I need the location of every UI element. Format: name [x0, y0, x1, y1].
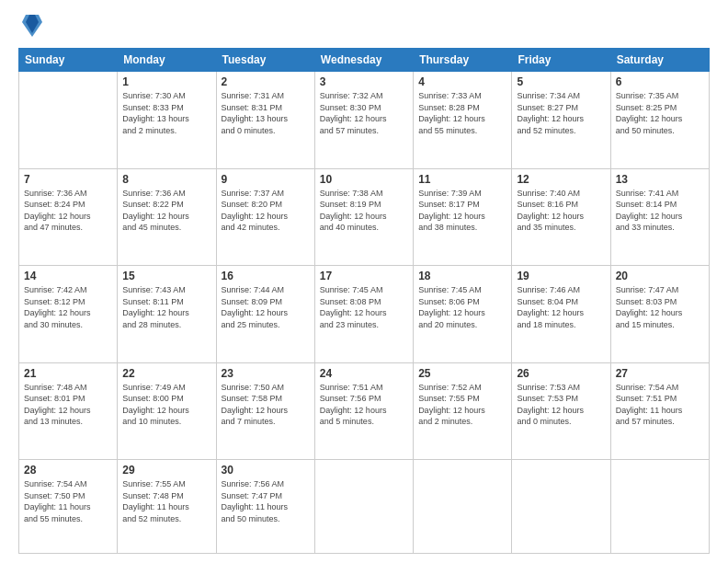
weekday-header-monday: Monday	[118, 49, 216, 72]
weekday-header-saturday: Saturday	[610, 49, 709, 72]
weekday-header-thursday: Thursday	[414, 49, 512, 72]
day-number: 28	[24, 464, 112, 477]
day-number: 7	[24, 173, 112, 186]
calendar-cell: 24Sunrise: 7:51 AMSunset: 7:56 PMDayligh…	[314, 362, 413, 460]
week-row-1: 1Sunrise: 7:30 AMSunset: 8:33 PMDaylight…	[19, 72, 710, 169]
calendar-cell: 22Sunrise: 7:49 AMSunset: 8:00 PMDayligh…	[118, 362, 216, 460]
calendar-cell: 28Sunrise: 7:54 AMSunset: 7:50 PMDayligh…	[19, 460, 118, 554]
day-number: 4	[418, 75, 506, 88]
calendar-cell	[512, 460, 610, 554]
day-info: Sunrise: 7:37 AMSunset: 8:20 PMDaylight:…	[222, 188, 310, 234]
day-info: Sunrise: 7:36 AMSunset: 8:22 PMDaylight:…	[122, 188, 210, 234]
day-info: Sunrise: 7:45 AMSunset: 8:08 PMDaylight:…	[320, 284, 408, 330]
day-info: Sunrise: 7:42 AMSunset: 8:12 PMDaylight:…	[24, 284, 112, 330]
day-info: Sunrise: 7:54 AMSunset: 7:50 PMDaylight:…	[24, 478, 112, 524]
calendar-cell: 30Sunrise: 7:56 AMSunset: 7:47 PMDayligh…	[216, 460, 314, 554]
day-info: Sunrise: 7:43 AMSunset: 8:11 PMDaylight:…	[122, 284, 210, 330]
day-info: Sunrise: 7:39 AMSunset: 8:17 PMDaylight:…	[418, 188, 506, 234]
day-number: 17	[320, 270, 408, 282]
day-number: 27	[616, 367, 704, 380]
day-info: Sunrise: 7:56 AMSunset: 7:47 PMDaylight:…	[222, 478, 310, 524]
weekday-header-tuesday: Tuesday	[216, 49, 314, 72]
calendar-cell: 13Sunrise: 7:41 AMSunset: 8:14 PMDayligh…	[610, 168, 709, 266]
day-number: 13	[616, 173, 704, 186]
week-row-4: 21Sunrise: 7:48 AMSunset: 8:01 PMDayligh…	[19, 362, 710, 460]
calendar-cell: 19Sunrise: 7:46 AMSunset: 8:04 PMDayligh…	[512, 266, 610, 363]
day-info: Sunrise: 7:41 AMSunset: 8:14 PMDaylight:…	[616, 188, 704, 234]
day-info: Sunrise: 7:40 AMSunset: 8:16 PMDaylight:…	[517, 188, 605, 234]
logo	[18, 17, 42, 39]
calendar-cell: 17Sunrise: 7:45 AMSunset: 8:08 PMDayligh…	[314, 266, 413, 363]
calendar-cell: 18Sunrise: 7:45 AMSunset: 8:06 PMDayligh…	[414, 266, 512, 363]
day-number: 14	[24, 270, 112, 282]
day-info: Sunrise: 7:54 AMSunset: 7:51 PMDaylight:…	[616, 382, 704, 428]
calendar-cell: 27Sunrise: 7:54 AMSunset: 7:51 PMDayligh…	[610, 362, 709, 460]
calendar-cell: 23Sunrise: 7:50 AMSunset: 7:58 PMDayligh…	[216, 362, 314, 460]
day-info: Sunrise: 7:44 AMSunset: 8:09 PMDaylight:…	[222, 284, 310, 330]
calendar-cell: 8Sunrise: 7:36 AMSunset: 8:22 PMDaylight…	[118, 168, 216, 266]
calendar-cell: 6Sunrise: 7:35 AMSunset: 8:25 PMDaylight…	[610, 72, 709, 169]
day-info: Sunrise: 7:32 AMSunset: 8:30 PMDaylight:…	[320, 90, 408, 136]
calendar-cell: 1Sunrise: 7:30 AMSunset: 8:33 PMDaylight…	[118, 72, 216, 169]
week-row-3: 14Sunrise: 7:42 AMSunset: 8:12 PMDayligh…	[19, 266, 710, 363]
page: SundayMondayTuesdayWednesdayThursdayFrid…	[0, 0, 728, 563]
day-info: Sunrise: 7:31 AMSunset: 8:31 PMDaylight:…	[222, 90, 310, 136]
day-info: Sunrise: 7:52 AMSunset: 7:55 PMDaylight:…	[418, 382, 506, 428]
day-info: Sunrise: 7:38 AMSunset: 8:19 PMDaylight:…	[320, 188, 408, 234]
day-number: 6	[616, 75, 704, 88]
day-number: 12	[517, 173, 605, 186]
weekday-header-row: SundayMondayTuesdayWednesdayThursdayFrid…	[19, 49, 710, 72]
day-info: Sunrise: 7:55 AMSunset: 7:48 PMDaylight:…	[122, 478, 210, 524]
day-number: 26	[517, 367, 605, 380]
calendar-cell: 5Sunrise: 7:34 AMSunset: 8:27 PMDaylight…	[512, 72, 610, 169]
day-number: 24	[320, 367, 408, 380]
day-number: 11	[418, 173, 506, 186]
calendar-cell	[414, 460, 512, 554]
calendar-cell: 16Sunrise: 7:44 AMSunset: 8:09 PMDayligh…	[216, 266, 314, 363]
calendar-cell: 9Sunrise: 7:37 AMSunset: 8:20 PMDaylight…	[216, 168, 314, 266]
day-info: Sunrise: 7:53 AMSunset: 7:53 PMDaylight:…	[517, 382, 605, 428]
day-number: 29	[122, 464, 210, 477]
day-number: 8	[122, 173, 210, 186]
calendar-cell	[610, 460, 709, 554]
logo-icon	[22, 13, 42, 39]
calendar: SundayMondayTuesdayWednesdayThursdayFrid…	[18, 48, 710, 554]
day-info: Sunrise: 7:49 AMSunset: 8:00 PMDaylight:…	[122, 382, 210, 428]
day-info: Sunrise: 7:36 AMSunset: 8:24 PMDaylight:…	[24, 188, 112, 234]
week-row-5: 28Sunrise: 7:54 AMSunset: 7:50 PMDayligh…	[19, 460, 710, 554]
day-number: 25	[418, 367, 506, 380]
day-number: 2	[222, 75, 310, 88]
day-number: 3	[320, 75, 408, 88]
calendar-cell: 21Sunrise: 7:48 AMSunset: 8:01 PMDayligh…	[19, 362, 118, 460]
day-info: Sunrise: 7:47 AMSunset: 8:03 PMDaylight:…	[616, 284, 704, 330]
day-info: Sunrise: 7:50 AMSunset: 7:58 PMDaylight:…	[222, 382, 310, 428]
day-number: 9	[222, 173, 310, 186]
day-number: 5	[517, 75, 605, 88]
weekday-header-sunday: Sunday	[19, 49, 118, 72]
calendar-cell: 29Sunrise: 7:55 AMSunset: 7:48 PMDayligh…	[118, 460, 216, 554]
day-info: Sunrise: 7:45 AMSunset: 8:06 PMDaylight:…	[418, 284, 506, 330]
day-info: Sunrise: 7:34 AMSunset: 8:27 PMDaylight:…	[517, 90, 605, 136]
weekday-header-wednesday: Wednesday	[314, 49, 413, 72]
calendar-cell: 12Sunrise: 7:40 AMSunset: 8:16 PMDayligh…	[512, 168, 610, 266]
week-row-2: 7Sunrise: 7:36 AMSunset: 8:24 PMDaylight…	[19, 168, 710, 266]
day-number: 21	[24, 367, 112, 380]
day-info: Sunrise: 7:33 AMSunset: 8:28 PMDaylight:…	[418, 90, 506, 136]
day-number: 23	[222, 367, 310, 380]
day-number: 19	[517, 270, 605, 282]
calendar-cell: 4Sunrise: 7:33 AMSunset: 8:28 PMDaylight…	[414, 72, 512, 169]
calendar-cell	[19, 72, 118, 169]
day-number: 30	[222, 464, 310, 477]
day-number: 10	[320, 173, 408, 186]
header	[18, 17, 710, 39]
day-number: 22	[122, 367, 210, 380]
day-info: Sunrise: 7:51 AMSunset: 7:56 PMDaylight:…	[320, 382, 408, 428]
calendar-cell: 14Sunrise: 7:42 AMSunset: 8:12 PMDayligh…	[19, 266, 118, 363]
calendar-cell: 11Sunrise: 7:39 AMSunset: 8:17 PMDayligh…	[414, 168, 512, 266]
day-info: Sunrise: 7:30 AMSunset: 8:33 PMDaylight:…	[122, 90, 210, 136]
day-number: 20	[616, 270, 704, 282]
day-number: 16	[222, 270, 310, 282]
calendar-cell: 7Sunrise: 7:36 AMSunset: 8:24 PMDaylight…	[19, 168, 118, 266]
calendar-cell: 20Sunrise: 7:47 AMSunset: 8:03 PMDayligh…	[610, 266, 709, 363]
calendar-cell: 15Sunrise: 7:43 AMSunset: 8:11 PMDayligh…	[118, 266, 216, 363]
